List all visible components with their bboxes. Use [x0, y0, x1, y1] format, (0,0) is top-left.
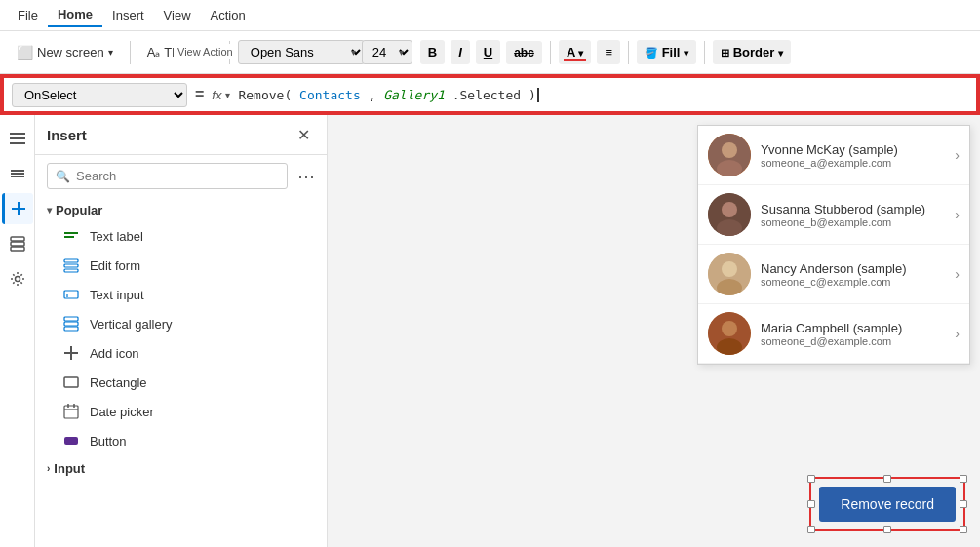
- equals-sign: =: [195, 86, 204, 103]
- gallery-email-0: someone_a@example.com: [761, 157, 955, 169]
- fill-label: Fill: [662, 45, 681, 59]
- more-options-button[interactable]: ⋯: [288, 166, 325, 187]
- handle-tl[interactable]: [807, 475, 815, 483]
- handle-br[interactable]: [960, 526, 967, 533]
- search-input[interactable]: [76, 169, 279, 183]
- svg-point-34: [722, 202, 737, 217]
- svg-point-37: [722, 261, 737, 277]
- handle-rm[interactable]: [960, 500, 967, 508]
- panel-title: Insert: [47, 127, 87, 143]
- new-screen-button[interactable]: ⬜ New screen ▾: [8, 40, 122, 65]
- new-screen-label: New screen: [37, 45, 104, 59]
- gallery-chevron-1: ›: [955, 207, 960, 222]
- menu-home[interactable]: Home: [48, 3, 102, 27]
- align-button[interactable]: ≡: [597, 40, 620, 64]
- fx-area: fx ▾ Remove( Contacts , Gallery1 .Select…: [212, 88, 968, 102]
- menu-file[interactable]: File: [8, 4, 48, 26]
- strikethrough-button[interactable]: abc: [506, 41, 542, 64]
- insert-panel: Insert ✕ 🔍 ⋯ ▾ Popular Text label: [35, 115, 328, 547]
- avatar-2: [708, 253, 751, 295]
- formula-bar: OnSelect = fx ▾ Remove( Contacts , Galle…: [0, 74, 980, 115]
- menu-view[interactable]: View: [154, 4, 201, 26]
- avatar-1: [708, 193, 751, 236]
- panel-item-add-icon[interactable]: Add icon: [35, 338, 327, 368]
- svg-rect-10: [11, 247, 24, 251]
- svg-rect-12: [64, 232, 78, 234]
- svg-rect-19: [64, 317, 78, 321]
- gallery-item-2[interactable]: Nancy Anderson (sample) someone_c@exampl…: [698, 245, 969, 304]
- search-icon: 🔍: [56, 170, 70, 183]
- panel-item-rectangle[interactable]: Rectangle: [35, 368, 327, 397]
- text-input-icon: [62, 286, 80, 303]
- svg-rect-16: [64, 269, 78, 272]
- formula-cursor: [537, 88, 539, 102]
- input-section-arrow: ›: [47, 463, 50, 474]
- border-button[interactable]: ⊞ Border ▾: [713, 40, 791, 64]
- svg-rect-5: [11, 176, 24, 177]
- svg-rect-0: [10, 133, 25, 135]
- toolbar-divider-5: [628, 41, 629, 64]
- handle-tm[interactable]: [883, 475, 891, 483]
- handle-bl[interactable]: [807, 526, 815, 533]
- svg-rect-2: [10, 142, 25, 144]
- property-select[interactable]: OnSelect: [12, 83, 187, 107]
- vertical-gallery-item-label: Vertical gallery: [90, 317, 173, 332]
- hamburger-icon: [10, 131, 25, 146]
- italic-button[interactable]: I: [451, 40, 470, 64]
- bold-button[interactable]: B: [420, 40, 445, 64]
- layers-icon: [10, 166, 25, 181]
- menu-insert[interactable]: Insert: [102, 4, 154, 26]
- popular-section-label[interactable]: ▾ Popular: [35, 197, 327, 221]
- panel-close-button[interactable]: ✕: [292, 123, 315, 146]
- hamburger-menu-button[interactable]: [2, 123, 33, 154]
- font-color-label: A: [567, 45, 575, 59]
- formula-display[interactable]: Remove( Contacts , Gallery1 .Selected ): [234, 88, 968, 102]
- panel-item-button[interactable]: Button: [35, 426, 327, 455]
- layers-button[interactable]: [2, 158, 33, 189]
- gallery-item-1[interactable]: Susanna Stubberod (sample) someone_b@exa…: [698, 185, 969, 245]
- handle-bm[interactable]: [883, 526, 891, 533]
- panel-item-text-label[interactable]: Text label: [35, 221, 327, 251]
- underline-button[interactable]: U: [476, 40, 500, 64]
- formula-selected: .Selected ): [452, 88, 536, 102]
- font-select[interactable]: Open Sans: [238, 40, 365, 64]
- insert-button[interactable]: [2, 193, 33, 224]
- input-section-label[interactable]: › Input: [35, 455, 327, 480]
- svg-rect-21: [64, 327, 78, 331]
- formula-comma: ,: [369, 88, 376, 102]
- svg-rect-24: [64, 377, 78, 387]
- svg-rect-7: [12, 208, 25, 210]
- data-icon: [10, 236, 25, 252]
- add-icon-item-label: Add icon: [90, 346, 139, 361]
- panel-item-text-input[interactable]: Text input: [35, 280, 327, 309]
- panel-item-vertical-gallery[interactable]: Vertical gallery: [35, 309, 327, 338]
- theme-icon: Aₐ: [147, 45, 161, 59]
- handle-tr[interactable]: [960, 475, 967, 483]
- toolbar-divider-1: [130, 41, 131, 64]
- fx-chevron: ▾: [225, 90, 230, 100]
- panel-item-date-picker[interactable]: Date picker: [35, 397, 327, 426]
- gallery-item-0[interactable]: Yvonne McKay (sample) someone_a@example.…: [698, 126, 969, 185]
- menu-action[interactable]: Action: [201, 4, 255, 26]
- text-label-icon: [62, 227, 80, 245]
- svg-rect-23: [64, 352, 78, 354]
- gallery-item-3[interactable]: Maria Campbell (sample) someone_d@exampl…: [698, 304, 969, 364]
- font-size-select[interactable]: 24: [362, 40, 412, 64]
- settings-icon: [10, 271, 25, 287]
- formula-remove: Remove(: [238, 88, 292, 102]
- insert-icon: [11, 201, 26, 216]
- svg-rect-1: [10, 137, 25, 139]
- font-color-button[interactable]: A ▾: [559, 40, 592, 64]
- panel-item-edit-form[interactable]: Edit form: [35, 251, 327, 280]
- svg-rect-13: [64, 236, 74, 238]
- svg-rect-20: [64, 322, 78, 326]
- formula-contacts: Contacts: [299, 88, 361, 102]
- date-picker-icon: [62, 403, 80, 420]
- fill-button[interactable]: 🪣 Fill ▾: [637, 40, 696, 64]
- remove-record-button[interactable]: Remove record: [819, 487, 956, 522]
- data-button[interactable]: [2, 228, 33, 259]
- remove-record-selection: Remove record: [809, 477, 965, 531]
- settings-button[interactable]: [2, 263, 33, 294]
- handle-lm[interactable]: [807, 500, 815, 508]
- gallery-chevron-3: ›: [955, 326, 960, 341]
